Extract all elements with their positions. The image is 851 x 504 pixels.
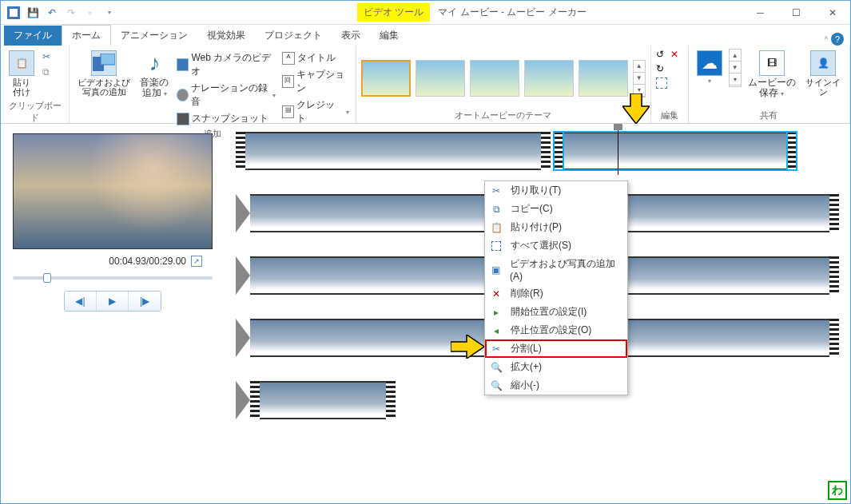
ribbon-edit-label: 編集 bbox=[656, 108, 683, 121]
ctx-remove[interactable]: ✕削除(R) bbox=[485, 284, 627, 303]
ribbon-group-clipboard: 📋 貼り 付け ✂ ⧉ クリップボード bbox=[1, 46, 70, 123]
content-area: 00:04.93/00:29.00 ↗ ◀| ▶ |▶ bbox=[1, 124, 850, 503]
scroll-down-icon[interactable]: ▼ bbox=[634, 73, 645, 85]
next-frame-button[interactable]: |▶ bbox=[129, 292, 161, 311]
quick-access-toolbar: 💾 ↶ ↷ ▫ ▾ bbox=[1, 5, 117, 21]
ctx-zoom-in[interactable]: 🔍拡大(+) bbox=[485, 358, 627, 376]
ctx-set-start[interactable]: ▸開始位置の設定(I) bbox=[485, 303, 627, 321]
delete-icon: ✕ bbox=[490, 288, 503, 300]
ctx-add-media[interactable]: ▣ビデオおよび写真の追加(A) bbox=[485, 255, 627, 284]
ribbon-share-label: 共有 bbox=[694, 108, 845, 121]
time-display: 00:04.93/00:29.00 bbox=[109, 256, 186, 267]
watermark-badge: わ bbox=[828, 481, 847, 500]
theme-thumb-5[interactable] bbox=[579, 60, 628, 97]
credits-button[interactable]: ▤クレジット ▾ bbox=[280, 97, 351, 126]
tab-view[interactable]: 表示 bbox=[332, 26, 370, 46]
ribbon-group-edit: ↺✕ ↻ 編集 bbox=[651, 46, 689, 123]
timeline-track-1[interactable] bbox=[236, 132, 839, 170]
webcam-button[interactable]: Web カメラのビデオ bbox=[175, 50, 277, 79]
video-tools-tab-label: ビデオ ツール bbox=[357, 3, 430, 22]
rotate-right-icon[interactable]: ↻ bbox=[656, 63, 669, 76]
zoom-in-icon: 🔍 bbox=[490, 361, 503, 374]
scroll-up-icon[interactable]: ▲ bbox=[634, 61, 645, 73]
minimize-button[interactable]: ─ bbox=[742, 1, 778, 25]
caption-icon: 回 bbox=[282, 75, 294, 88]
music-icon: ♪ bbox=[141, 50, 167, 76]
tab-file[interactable]: ファイル bbox=[4, 26, 62, 46]
copy-icon: ⧉ bbox=[490, 203, 503, 216]
context-menu: ✂切り取り(T) ⧉コピー(C) 📋貼り付け(P) すべて選択(S) ▣ビデオお… bbox=[484, 181, 628, 395]
ribbon-group-share: ☁ ▾ ▲▼▾ 🎞 ムービーの 保存 ▾ 👤 サインイン 共有 bbox=[689, 46, 850, 123]
webcam-icon bbox=[177, 58, 189, 71]
paste-icon: 📋 bbox=[9, 50, 34, 76]
add-media-button[interactable]: ビデオおよび 写真の追加 bbox=[74, 49, 133, 126]
ctx-cut[interactable]: ✂切り取り(T) bbox=[485, 181, 627, 200]
fullscreen-icon[interactable]: ↗ bbox=[191, 256, 202, 267]
tab-home[interactable]: ホーム bbox=[62, 25, 111, 46]
split-icon: ✂ bbox=[490, 343, 503, 355]
ribbon-clipboard-label: クリップボード bbox=[6, 98, 64, 124]
onedrive-button[interactable]: ☁ ▾ bbox=[694, 49, 726, 108]
svg-rect-1 bbox=[10, 9, 18, 17]
new-icon[interactable]: ▫ bbox=[82, 5, 98, 21]
app-icon[interactable] bbox=[6, 5, 22, 21]
seek-slider[interactable] bbox=[13, 276, 213, 280]
maximize-button[interactable]: ☐ bbox=[778, 1, 814, 25]
ctx-zoom-out[interactable]: 🔍縮小(-) bbox=[485, 376, 627, 395]
scissors-icon: ✂ bbox=[490, 185, 503, 197]
close-button[interactable]: ✕ bbox=[814, 1, 850, 25]
ribbon-group-add: ビデオおよび 写真の追加 ♪ 音楽の 追加 ▾ Web カメラのビデオ ナレーシ… bbox=[70, 46, 356, 123]
save-icon[interactable]: 💾 bbox=[25, 5, 41, 21]
theme-thumb-1[interactable] bbox=[361, 60, 411, 97]
theme-thumb-4[interactable] bbox=[524, 60, 574, 97]
help-button[interactable]: ^? bbox=[825, 33, 844, 46]
onedrive-icon: ☁ bbox=[697, 50, 722, 76]
ribbon-group-themes: ▲▼▾ オートムービーのテーマ bbox=[356, 46, 651, 123]
undo-icon[interactable]: ↶ bbox=[44, 5, 60, 21]
copy-button[interactable]: ⧉ bbox=[41, 65, 52, 78]
ctx-paste[interactable]: 📋貼り付け(P) bbox=[485, 218, 627, 236]
qat-dropdown-icon[interactable]: ▾ bbox=[101, 5, 117, 21]
tab-edit[interactable]: 編集 bbox=[370, 26, 408, 46]
tab-visual-effects[interactable]: 視覚効果 bbox=[197, 26, 255, 46]
redo-icon[interactable]: ↷ bbox=[63, 5, 79, 21]
add-music-button[interactable]: ♪ 音楽の 追加 ▾ bbox=[137, 49, 172, 126]
transport-controls: ◀| ▶ |▶ bbox=[64, 291, 161, 312]
theme-thumb-3[interactable] bbox=[470, 60, 519, 97]
svg-rect-3 bbox=[101, 54, 115, 65]
time-display-row: 00:04.93/00:29.00 ↗ bbox=[109, 256, 202, 267]
play-button[interactable]: ▶ bbox=[97, 292, 129, 311]
prev-frame-button[interactable]: ◀| bbox=[65, 292, 97, 311]
save-movie-button[interactable]: 🎞 ムービーの 保存 ▾ bbox=[745, 49, 799, 108]
ctx-copy[interactable]: ⧉コピー(C) bbox=[485, 200, 627, 218]
ribbon-tabs: ファイル ホーム アニメーション 視覚効果 プロジェクト 表示 編集 ^? bbox=[1, 25, 850, 46]
share-scroll[interactable]: ▲▼▾ bbox=[729, 49, 742, 87]
save-movie-icon: 🎞 bbox=[759, 50, 785, 76]
paste-icon: 📋 bbox=[490, 221, 503, 234]
signin-button[interactable]: 👤 サインイン bbox=[802, 49, 845, 108]
theme-thumb-2[interactable] bbox=[416, 60, 465, 97]
end-point-icon: ◂ bbox=[490, 324, 503, 337]
theme-scroll[interactable]: ▲▼▾ bbox=[633, 60, 646, 97]
delete-icon[interactable]: ✕ bbox=[670, 49, 683, 62]
ctx-set-end[interactable]: ◂停止位置の設定(O) bbox=[485, 321, 627, 339]
select-all-icon[interactable] bbox=[656, 77, 667, 89]
add-media-icon bbox=[91, 50, 117, 76]
rotate-left-icon[interactable]: ↺ bbox=[656, 49, 669, 62]
svg-marker-4 bbox=[622, 93, 650, 124]
timeline-track-5[interactable] bbox=[236, 381, 396, 419]
caption-button[interactable]: 回キャプション bbox=[280, 67, 351, 96]
ctx-split[interactable]: ✂分割(L) bbox=[485, 339, 627, 358]
playhead[interactable] bbox=[618, 125, 618, 175]
tab-animation[interactable]: アニメーション bbox=[111, 26, 197, 46]
seek-thumb[interactable] bbox=[43, 273, 51, 283]
narration-button[interactable]: ナレーションの録音 ▾ bbox=[175, 81, 277, 109]
ctx-select-all[interactable]: すべて選択(S) bbox=[485, 236, 627, 255]
paste-button[interactable]: 📋 貼り 付け bbox=[6, 49, 38, 98]
scissors-icon: ✂ bbox=[42, 51, 50, 62]
title-button[interactable]: Aタイトル bbox=[280, 50, 351, 65]
tab-project[interactable]: プロジェクト bbox=[255, 26, 332, 46]
window-title: マイ ムービー - ムービー メーカー bbox=[438, 6, 586, 19]
preview-video[interactable] bbox=[13, 133, 213, 249]
cut-button[interactable]: ✂ bbox=[41, 50, 52, 63]
